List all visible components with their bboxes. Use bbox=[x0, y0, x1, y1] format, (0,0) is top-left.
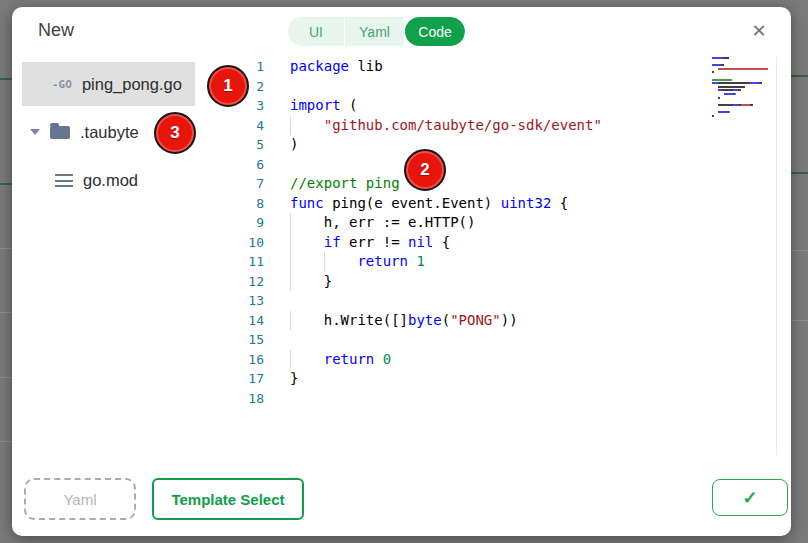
annotation-marker-2: 2 bbox=[404, 149, 446, 191]
line-number: 6 bbox=[240, 155, 264, 175]
backdrop-line bbox=[0, 183, 12, 185]
line-number: 8 bbox=[240, 194, 264, 214]
line-number: 18 bbox=[240, 389, 264, 409]
annotation-marker-1: 1 bbox=[207, 65, 249, 107]
annotation-marker-3: 3 bbox=[154, 112, 196, 154]
tab-yaml[interactable]: Yaml bbox=[345, 17, 405, 46]
indent-guide bbox=[290, 116, 324, 136]
indent-guide bbox=[290, 213, 324, 233]
code-line: 3import ( bbox=[240, 96, 788, 116]
code-line: 5) bbox=[240, 135, 788, 155]
tab-ui[interactable]: UI bbox=[288, 17, 345, 46]
new-dialog: New UI Yaml Code ✕ -GO ping_pong.go .tau… bbox=[12, 7, 791, 536]
line-number: 4 bbox=[240, 116, 264, 136]
code-line: 8func ping(e event.Event) uint32 { bbox=[240, 194, 788, 214]
indent-guide bbox=[290, 311, 324, 331]
file-name: ping_pong.go bbox=[82, 75, 182, 94]
text-file-icon bbox=[55, 174, 73, 187]
confirm-button[interactable]: ✓ bbox=[712, 479, 788, 516]
line-number: 15 bbox=[240, 330, 264, 350]
code-line: 17} bbox=[240, 369, 788, 389]
code-line: 11return 1 bbox=[240, 252, 788, 272]
code-line: 1package lib bbox=[240, 57, 788, 77]
code-line: 15 bbox=[240, 330, 788, 350]
file-tree-item-ping-pong-go[interactable]: -GO ping_pong.go bbox=[22, 62, 195, 106]
code-line: 9h, err := e.HTTP() bbox=[240, 213, 788, 233]
folder-name: .taubyte bbox=[80, 123, 139, 142]
line-number: 13 bbox=[240, 291, 264, 311]
backdrop-line bbox=[791, 172, 808, 174]
indent-guide bbox=[290, 233, 324, 253]
editor-minimap[interactable] bbox=[712, 57, 774, 122]
line-number: 5 bbox=[240, 135, 264, 155]
indent-guide bbox=[290, 272, 324, 292]
code-line: 6 bbox=[240, 155, 788, 175]
backdrop-line bbox=[791, 320, 808, 321]
file-name: go.mod bbox=[83, 171, 138, 190]
line-number: 16 bbox=[240, 350, 264, 370]
screen: New UI Yaml Code ✕ -GO ping_pong.go .tau… bbox=[0, 0, 808, 543]
indent-guide bbox=[290, 350, 324, 370]
line-number: 11 bbox=[240, 252, 264, 272]
line-number: 10 bbox=[240, 233, 264, 253]
yaml-button[interactable]: Yaml bbox=[24, 478, 136, 520]
backdrop-line bbox=[0, 248, 12, 249]
line-number: 9 bbox=[240, 213, 264, 233]
go-file-icon: -GO bbox=[52, 78, 72, 91]
check-icon: ✓ bbox=[742, 487, 757, 509]
code-line: 7//export ping bbox=[240, 174, 788, 194]
editor-scrollbar-rule bbox=[776, 57, 777, 455]
indent-guide bbox=[290, 252, 324, 272]
template-select-button[interactable]: Template Select bbox=[152, 478, 304, 520]
backdrop-line bbox=[791, 250, 808, 251]
code-line: 16return 0 bbox=[240, 350, 788, 370]
code-line: 12} bbox=[240, 272, 788, 292]
dialog-title: New bbox=[38, 20, 74, 41]
line-number: 17 bbox=[240, 369, 264, 389]
backdrop-line bbox=[791, 75, 808, 77]
close-icon[interactable]: ✕ bbox=[747, 19, 771, 43]
backdrop-line bbox=[0, 312, 12, 313]
line-number: 14 bbox=[240, 311, 264, 331]
code-editor[interactable]: 1package lib23import (4"github.com/tauby… bbox=[240, 57, 788, 462]
code-line: 18 bbox=[240, 389, 788, 409]
chevron-down-icon[interactable] bbox=[30, 129, 40, 135]
view-mode-tabs: UI Yaml Code bbox=[288, 17, 465, 46]
line-number: 7 bbox=[240, 174, 264, 194]
code-line: 10if err != nil { bbox=[240, 233, 788, 253]
code-line: 2 bbox=[240, 77, 788, 97]
code-line: 13 bbox=[240, 291, 788, 311]
backdrop-line bbox=[0, 377, 12, 378]
line-number: 12 bbox=[240, 272, 264, 292]
backdrop-line bbox=[0, 78, 12, 80]
file-tree-item-go-mod[interactable]: go.mod bbox=[22, 165, 222, 195]
code-line: 14h.Write([]byte("PONG")) bbox=[240, 311, 788, 331]
tab-code[interactable]: Code bbox=[405, 17, 465, 46]
folder-icon bbox=[50, 126, 70, 139]
code-line: 4"github.com/taubyte/go-sdk/event" bbox=[240, 116, 788, 136]
indent-guide bbox=[324, 252, 358, 272]
backdrop-line bbox=[0, 441, 12, 442]
